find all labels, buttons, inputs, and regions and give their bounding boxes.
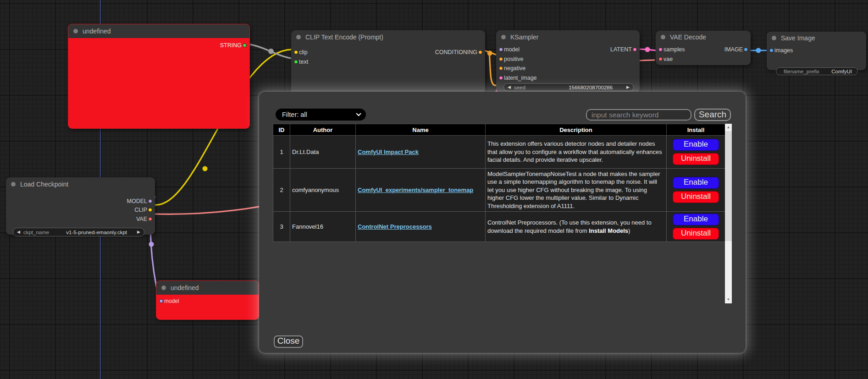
input-label-negative: negative bbox=[504, 65, 525, 71]
output-label-latent: LATENT bbox=[610, 46, 632, 53]
node-collapse-dot-icon[interactable] bbox=[296, 35, 301, 39]
filename-prefix-widget[interactable]: filename_prefix ComfyUI bbox=[776, 67, 858, 75]
reroute-dot-latent[interactable] bbox=[645, 47, 650, 52]
extension-link[interactable]: ComfyUI Impact Pack bbox=[358, 148, 419, 155]
node-undefined-top[interactable]: undefined STRING bbox=[68, 24, 250, 129]
enable-button[interactable]: Enable bbox=[673, 214, 719, 225]
input-slot-text[interactable] bbox=[294, 60, 298, 64]
input-slot-images[interactable] bbox=[769, 48, 774, 52]
search-input[interactable] bbox=[586, 109, 691, 121]
reroute-dot-clip[interactable] bbox=[203, 166, 208, 171]
node-ksampler[interactable]: KSampler model LATENT positive negative … bbox=[496, 30, 640, 93]
output-label-vae: VAE bbox=[136, 216, 147, 222]
input-label-images: images bbox=[774, 47, 793, 54]
reroute-dot-conditioning[interactable] bbox=[487, 51, 492, 56]
node-collapse-dot-icon[interactable] bbox=[501, 35, 506, 39]
scrollbar-thumb[interactable] bbox=[725, 131, 732, 241]
input-slot-latent-image[interactable] bbox=[499, 76, 503, 80]
prev-arrow-icon[interactable]: ◀ bbox=[17, 230, 20, 234]
next-arrow-icon[interactable]: ▶ bbox=[137, 230, 140, 234]
output-slot-latent[interactable] bbox=[633, 48, 637, 52]
node-undefined-bottom[interactable]: undefined model bbox=[156, 280, 259, 320]
reroute-dot-image[interactable] bbox=[756, 48, 761, 53]
node-collapse-dot-icon[interactable] bbox=[73, 29, 78, 33]
reroute-dot-model[interactable] bbox=[149, 242, 154, 247]
filter-select[interactable]: Filter: all bbox=[276, 109, 366, 121]
uninstall-button[interactable]: Uninstall bbox=[673, 191, 719, 203]
widget-label: seed bbox=[514, 85, 525, 90]
node-vae-decode[interactable]: VAE Decode samples IMAGE vae bbox=[656, 31, 751, 65]
node-save-image[interactable]: Save Image images filename_prefix ComfyU… bbox=[767, 32, 866, 70]
table-header-row: ID Author Name Description Install bbox=[273, 124, 725, 136]
node-title: Save Image bbox=[781, 34, 815, 42]
output-label-string: STRING bbox=[220, 42, 242, 49]
node-collapse-dot-icon[interactable] bbox=[161, 286, 166, 290]
node-title: Load Checkpoint bbox=[20, 181, 68, 188]
node-load-checkpoint[interactable]: Load Checkpoint MODEL CLIP VAE ◀ ckpt_na… bbox=[6, 177, 155, 235]
header-install: Install bbox=[667, 124, 725, 136]
table-scrollbar[interactable]: ▲ ▼ bbox=[725, 124, 732, 303]
node-title: KSampler bbox=[510, 33, 538, 41]
node-clip-text-encode[interactable]: CLIP Text Encode (Prompt) clip CONDITION… bbox=[291, 30, 485, 94]
cell-description: This extension offers various detector n… bbox=[486, 136, 667, 169]
decrement-arrow-icon[interactable]: ◀ bbox=[508, 85, 511, 89]
input-slot-negative[interactable] bbox=[499, 66, 503, 71]
table-row: 1 Dr.Lt.Data ComfyUI Impact Pack This ex… bbox=[273, 136, 725, 169]
output-slot-vae[interactable] bbox=[148, 217, 152, 221]
widget-label: filename_prefix bbox=[784, 69, 819, 74]
input-slot-vae[interactable] bbox=[658, 57, 663, 61]
output-label-conditioning: CONDITIONING bbox=[435, 49, 477, 55]
node-header: Load Checkpoint bbox=[6, 177, 155, 191]
ckpt-name-widget[interactable]: ◀ ckpt_name v1-5-pruned-emaonly.ckpt ▶ bbox=[13, 228, 144, 236]
increment-arrow-icon[interactable]: ▶ bbox=[626, 85, 630, 89]
enable-button[interactable]: Enable bbox=[673, 177, 719, 189]
node-header: Save Image bbox=[767, 32, 866, 44]
uninstall-button[interactable]: Uninstall bbox=[673, 228, 719, 240]
extension-link[interactable]: ComfyUI_experiments/sampler_tonemap bbox=[358, 187, 473, 193]
input-label-positive: positive bbox=[504, 56, 523, 62]
search-button[interactable]: Search bbox=[694, 109, 731, 121]
output-slot-clip[interactable] bbox=[148, 208, 152, 212]
table-row: 2 comfyanonymous ComfyUI_experiments/sam… bbox=[273, 169, 725, 212]
input-slot-model[interactable] bbox=[159, 299, 163, 303]
output-label-image: IMAGE bbox=[724, 46, 743, 53]
header-name: Name bbox=[356, 124, 486, 136]
extension-link[interactable]: ControlNet Preprocessors bbox=[358, 223, 432, 230]
node-title: CLIP Text Encode (Prompt) bbox=[305, 33, 383, 41]
output-slot-conditioning[interactable] bbox=[478, 50, 482, 54]
input-label-model: model bbox=[504, 46, 520, 53]
cell-id: 2 bbox=[273, 169, 290, 212]
cell-description: ModelSamplerTonemapNoiseTest a node that… bbox=[486, 169, 667, 212]
node-collapse-dot-icon[interactable] bbox=[11, 182, 16, 187]
node-header: VAE Decode bbox=[656, 31, 751, 43]
scroll-down-icon[interactable]: ▼ bbox=[727, 296, 730, 303]
header-author: Author bbox=[290, 124, 356, 136]
output-slot-model[interactable] bbox=[148, 199, 152, 203]
seed-widget[interactable]: ◀ seed 156680208700286 ▶ bbox=[503, 83, 634, 91]
uninstall-button[interactable]: Uninstall bbox=[673, 153, 719, 165]
node-header: CLIP Text Encode (Prompt) bbox=[291, 30, 485, 44]
node-collapse-dot-icon[interactable] bbox=[661, 35, 665, 39]
input-label-latent-image: latent_image bbox=[504, 75, 537, 81]
scroll-up-icon[interactable]: ▲ bbox=[727, 124, 730, 131]
input-slot-clip[interactable] bbox=[294, 50, 298, 54]
widget-label: ckpt_name bbox=[23, 230, 49, 235]
close-button[interactable]: Close bbox=[274, 335, 303, 348]
input-label-vae: vae bbox=[663, 56, 673, 62]
extension-table: ID Author Name Description Install 1 Dr.… bbox=[273, 124, 725, 242]
widget-value: v1-5-pruned-emaonly.ckpt bbox=[66, 230, 127, 235]
reroute-dot-string[interactable] bbox=[268, 49, 274, 54]
cell-author: comfyanonymous bbox=[290, 169, 356, 212]
enable-button[interactable]: Enable bbox=[673, 139, 719, 151]
input-label-samples: samples bbox=[663, 46, 685, 53]
input-slot-samples[interactable] bbox=[658, 47, 663, 51]
input-slot-model[interactable] bbox=[499, 48, 503, 52]
output-slot-string[interactable] bbox=[243, 44, 247, 48]
node-collapse-dot-icon[interactable] bbox=[772, 36, 776, 40]
node-canvas[interactable]: undefined STRING CLIP Text Encode (Promp… bbox=[0, 0, 868, 379]
widget-value: ComfyUI bbox=[831, 69, 852, 74]
input-slot-positive[interactable] bbox=[499, 57, 503, 61]
node-title: VAE Decode bbox=[670, 33, 706, 41]
table-row: 3 Fannovel16 ControlNet Preprocessors Co… bbox=[273, 212, 725, 242]
output-slot-image[interactable] bbox=[744, 47, 748, 51]
